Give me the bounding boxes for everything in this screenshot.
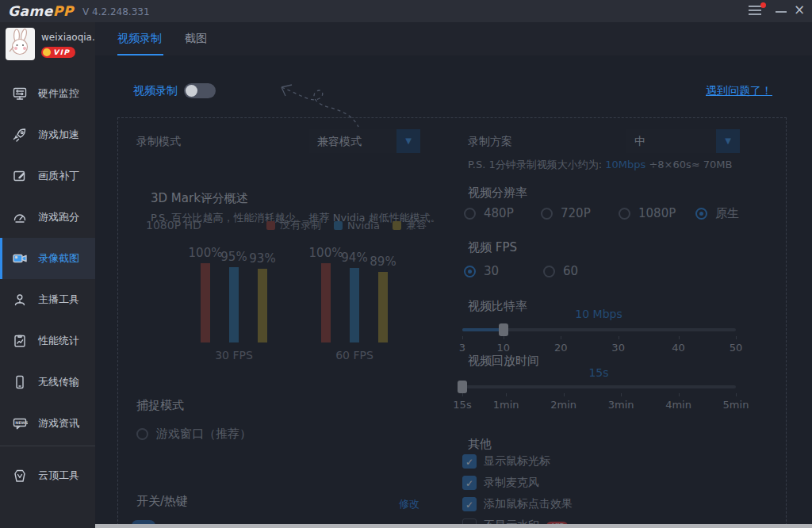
legend-swatch-yellow <box>393 221 401 230</box>
record-mode-label: 录制模式 <box>136 135 181 149</box>
sidebar-item-game-boost[interactable]: 游戏加速 <box>0 114 95 155</box>
sidebar-item-benchmark[interactable]: 游戏跑分 <box>0 197 95 238</box>
slider-tick-mark <box>736 336 737 339</box>
slider-tick-label: 20 <box>554 342 568 354</box>
sidebar-item-streamer-tools[interactable]: 主播工具 <box>0 279 95 320</box>
chart-group-60fps: 100%94%89% 60 FPS <box>321 246 388 362</box>
slider-handle[interactable] <box>458 381 467 393</box>
legend-item: 没有录制 <box>266 218 321 232</box>
slider-tick-mark <box>504 336 504 339</box>
slider-track[interactable] <box>462 385 736 388</box>
slider-tick-mark <box>561 336 561 339</box>
slider-handle[interactable] <box>499 323 508 336</box>
sidebar-item-game-news[interactable]: NEWS 游戏资讯 <box>0 403 95 444</box>
hamburger-menu-icon[interactable] <box>749 6 763 17</box>
sidebar: weixiaoqia... VIP 硬件监控 游戏加速 <box>0 22 95 528</box>
vip-badge: VIP <box>41 47 75 58</box>
benchmark-bar-chart: 100%95%93% 30 FPS 100%94%89% 60 FPS <box>190 246 444 373</box>
crown-icon <box>43 48 51 56</box>
news-bubble-icon: NEWS <box>12 415 28 431</box>
checkbox-record-mic[interactable]: ✓ 录制麦克风 <box>462 476 539 490</box>
tab-video-record[interactable]: 视频录制 <box>117 32 162 46</box>
dropdown-arrow-icon[interactable]: ▼ <box>716 129 740 153</box>
settings-panel: 录制模式 兼容模式 ▼ 3D Mark评分概述 P.S. 百分比越高，性能消耗越… <box>95 55 812 528</box>
radio-game-window[interactable]: 游戏窗口（推荐） <box>136 427 251 442</box>
version-label: V 4.2.248.331 <box>82 6 150 17</box>
chart-bar: 94% <box>350 246 359 342</box>
logo-text-pp: PP <box>53 3 74 19</box>
notification-dot <box>760 2 766 8</box>
slider-tick-label: 4min <box>665 399 691 411</box>
chart-bar: 93% <box>258 246 267 342</box>
radio-1080p[interactable]: 1080P <box>619 206 676 220</box>
titlebar: GamePP V 4.2.248.331 × <box>0 0 812 22</box>
fps-label: 视频 FPS <box>468 240 517 255</box>
slider-tick-label: 15s <box>453 399 471 411</box>
slider-tick-mark <box>621 393 622 396</box>
slider-tick-mark <box>462 336 463 339</box>
brush-patch-icon <box>12 168 28 184</box>
sidebar-item-graphics-patch[interactable]: 画质补丁 <box>0 155 95 197</box>
sidebar-item-record-screenshot[interactable]: 录像截图 <box>0 238 95 279</box>
tft-tool-icon <box>12 468 28 484</box>
slider-tick-label: 40 <box>672 342 685 354</box>
sidebar-menu-bottom: 云顶工具 <box>0 455 95 496</box>
benchmark-gauge-icon <box>12 209 28 225</box>
slider-tick-mark <box>679 336 680 339</box>
slider-tick-label: 3min <box>608 399 634 411</box>
hotkey-modify-link[interactable]: 修改 <box>399 497 419 511</box>
other-label: 其他 <box>468 437 492 452</box>
avatar <box>6 28 35 60</box>
radio-native[interactable]: 原生 <box>695 206 739 221</box>
close-button[interactable]: × <box>791 2 807 17</box>
radio-720p[interactable]: 720P <box>541 206 591 220</box>
radio-fps-60[interactable]: 60 <box>543 264 578 278</box>
slider-tick-label: 10 <box>496 342 510 354</box>
dropdown-arrow-icon[interactable]: ▼ <box>396 129 420 153</box>
bitrate-value: 10 Mbps <box>555 308 642 320</box>
slider-tick-mark <box>619 336 619 339</box>
slider-tick-label: 1min <box>493 399 519 411</box>
streamer-icon <box>12 292 28 308</box>
slider-tick-mark <box>564 393 565 396</box>
logo-text-game: Game <box>8 3 53 19</box>
sidebar-item-tft-tools[interactable]: 云顶工具 <box>0 455 95 496</box>
tabbar: 视频录制 截图 <box>95 22 812 55</box>
chart-bar: 95% <box>229 246 239 342</box>
bottom-edge-strip <box>95 524 812 528</box>
slider-tick-label: 5min <box>723 399 749 411</box>
chart-category-label: 30 FPS <box>201 349 267 362</box>
checkbox-click-effect[interactable]: ✓ 添加鼠标点击效果 <box>462 497 573 511</box>
slider-ticks: 15s1min2min3min4min5min <box>462 393 736 414</box>
record-scheme-dropdown[interactable]: 中 ▼ <box>626 129 740 153</box>
legend-swatch-blue <box>334 221 343 230</box>
benchmark-title: 3D Mark评分概述 <box>151 191 248 206</box>
playback-slider[interactable]: 15s1min2min3min4min5min <box>462 385 736 417</box>
legend-item: Nvidia <box>334 220 380 231</box>
video-camera-icon <box>12 251 28 266</box>
sidebar-item-performance-stats[interactable]: 性能统计 <box>0 320 95 362</box>
chart-legend: 没有录制 Nvidia 兼容 <box>266 218 427 232</box>
legend-item: 兼容 <box>393 218 427 232</box>
hotkey-label: 开关/热键 <box>136 494 188 509</box>
sidebar-item-wireless-transfer[interactable]: 无线传输 <box>0 362 95 403</box>
radio-fps-30[interactable]: 30 <box>464 264 499 278</box>
sidebar-divider <box>0 446 95 446</box>
minimize-button[interactable] <box>776 11 787 13</box>
record-mode-value: 兼容模式 <box>317 129 362 153</box>
tab-screenshot[interactable]: 截图 <box>185 32 207 46</box>
radio-480p[interactable]: 480P <box>464 206 514 220</box>
checkbox-show-cursor[interactable]: ✓ 显示鼠标光标 <box>462 454 550 469</box>
slider-tick-mark <box>736 393 737 396</box>
record-mode-dropdown[interactable]: 兼容模式 ▼ <box>309 129 420 153</box>
chart-category-label: 60 FPS <box>321 349 388 362</box>
app-logo: GamePP <box>8 3 74 19</box>
user-profile[interactable]: weixiaoqia... VIP <box>0 22 95 71</box>
legend-swatch-red <box>266 221 275 230</box>
slider-tick-label: 2min <box>550 399 576 411</box>
scheme-note: P.S. 1分钟录制视频大小约为: 10Mbps ÷8×60s≈ 70MB <box>468 158 733 172</box>
chart-annotation: 1080P HD <box>146 219 201 231</box>
svg-text:NEWS: NEWS <box>15 421 28 425</box>
chart-bar: 100% <box>201 246 210 342</box>
sidebar-item-hardware-monitor[interactable]: 硬件监控 <box>0 73 95 114</box>
